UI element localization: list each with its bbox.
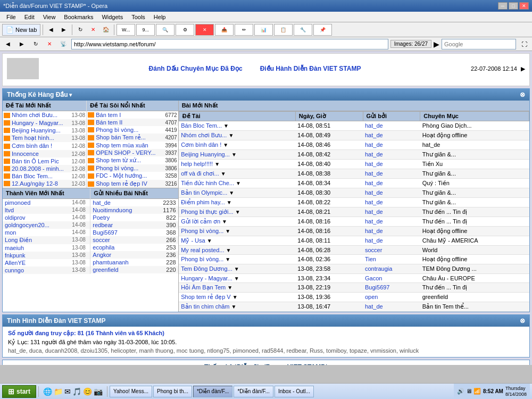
taskbar-inbox[interactable]: Inbox - Outl... xyxy=(275,386,314,397)
date-nav-icon[interactable]: ▶ xyxy=(521,65,525,72)
user-link[interactable]: contraugia xyxy=(365,265,392,272)
mark-read-link[interactable]: Đánh Dấu Chuyên Mục Đã Đọc xyxy=(149,65,243,72)
hot-topic-link[interactable]: Shop tem từ xứ... xyxy=(96,157,156,164)
status-close-icon[interactable]: ⊗ xyxy=(520,317,525,325)
user-link[interactable]: hat_de xyxy=(365,161,383,167)
post-link[interactable]: Gửi lời cảm ơn xyxy=(181,218,220,225)
post-link[interactable]: Hungary - Magyar... xyxy=(181,275,232,281)
user-link[interactable]: hat_de xyxy=(365,209,383,215)
nav-stop-small[interactable]: ✕ xyxy=(44,38,55,50)
topic-link[interactable]: 20.08.2008 - minh... xyxy=(12,165,66,172)
topic-link[interactable]: Tem hoạt hình... xyxy=(12,135,66,142)
topic-link[interactable]: Hungary - Magyar... xyxy=(12,120,66,126)
dropdown-icon[interactable]: ▼ xyxy=(68,92,73,98)
hot-topic-link[interactable]: Bán tem I xyxy=(96,112,156,118)
close-button[interactable]: ✕ xyxy=(519,2,529,10)
poster-link[interactable]: hat_de xyxy=(93,200,155,206)
tool-btn-2[interactable]: ⚙ xyxy=(176,24,194,36)
topic-link[interactable]: Innocence xyxy=(12,151,66,157)
user-link[interactable]: hat_de xyxy=(365,189,383,196)
poster-link[interactable]: greenfield xyxy=(93,267,155,273)
quicklaunch-icon-4[interactable]: 🎵 xyxy=(72,387,81,396)
minimize-button[interactable]: ─ xyxy=(498,2,508,10)
post-link[interactable]: Hỏi Âm Bạn Tem xyxy=(181,284,226,290)
post-link[interactable]: Tiền đức hinh Che... xyxy=(181,180,234,186)
user-link[interactable]: hat_de xyxy=(365,132,383,138)
back-button[interactable]: ◀ xyxy=(45,24,57,36)
post-link[interactable]: Bán Bloc Tem... xyxy=(181,122,222,129)
tool-btn-5[interactable]: ✏ xyxy=(235,24,253,36)
post-link[interactable]: Cơm bình dân ! xyxy=(181,142,221,148)
hot-topic-link[interactable]: Phong bì vòng... xyxy=(96,127,156,133)
quicklaunch-icon-3[interactable]: ✉ xyxy=(64,387,71,396)
maximize-button[interactable]: □ xyxy=(509,2,518,10)
tool-btn-9[interactable]: 📌 xyxy=(313,24,332,36)
nav-back-small[interactable]: ◀ xyxy=(2,38,14,50)
member-link[interactable]: cunngo xyxy=(5,267,70,273)
poster-link[interactable]: Bugi5697 xyxy=(93,229,155,236)
post-link[interactable]: Điểm phim hay... xyxy=(181,199,225,205)
forum-admin-link[interactable]: Điều Hành Diễn Đàn VIET STAMP xyxy=(260,65,361,72)
user-link[interactable]: hat_de xyxy=(365,199,383,205)
topic-link[interactable]: Bán Bloc Tem... xyxy=(12,173,66,179)
tool-btn-7[interactable]: 📋 xyxy=(274,24,293,36)
post-link[interactable]: Phong bì vòng... xyxy=(181,256,223,262)
poster-link[interactable]: Angkor xyxy=(93,252,155,258)
new-tab-button[interactable]: 📄 New tab xyxy=(2,24,40,36)
nav-reload-small[interactable]: ↻ xyxy=(30,38,41,50)
menu-file[interactable]: File xyxy=(2,13,20,21)
menu-bookmarks[interactable]: Bookmarks xyxy=(60,13,97,21)
user-link[interactable]: Gacon xyxy=(365,275,382,281)
user-link[interactable]: Bugi5697 xyxy=(365,284,390,290)
user-link[interactable]: hat_de xyxy=(365,180,383,186)
poster-link[interactable]: Poetry xyxy=(93,214,155,221)
user-link[interactable]: hat_de xyxy=(365,218,383,225)
hot-topic-link[interactable]: FDC - Một hướng... xyxy=(96,172,156,179)
taskbar-dien-dan-1[interactable]: *Diễn đàn/F... xyxy=(193,386,232,397)
user-link[interactable]: soccer xyxy=(365,247,382,253)
tool-btn-6[interactable]: 📊 xyxy=(254,24,273,36)
user-link[interactable]: open xyxy=(365,294,378,300)
member-link[interactable]: oldiprov xyxy=(5,214,70,221)
quicklaunch-icon-1[interactable]: 🌐 xyxy=(43,387,52,396)
hot-topic-link[interactable]: OPEN SHOP - VERY... xyxy=(96,149,156,156)
topic-link[interactable]: Cơm bình dân ! xyxy=(12,143,66,149)
poster-link[interactable]: soccer xyxy=(93,237,155,243)
poster-link[interactable]: phamtuananh xyxy=(93,259,155,265)
stop-button[interactable]: ✕ xyxy=(87,24,99,36)
bookmark-button[interactable]: 9... xyxy=(136,24,155,36)
post-link[interactable]: Bản tin Olympic... xyxy=(181,189,227,196)
address-input[interactable] xyxy=(71,39,388,49)
post-link[interactable]: help help!!!!! xyxy=(181,161,213,167)
tool-btn-8[interactable]: 🔧 xyxy=(294,24,312,36)
taskbar-yahoo[interactable]: Yahoo! Mess... xyxy=(110,386,152,397)
nav-forward-small[interactable]: ▶ xyxy=(16,38,28,50)
hot-topic-link[interactable]: Shop tem mùa xuân xyxy=(96,142,156,148)
user-link[interactable]: hat_de xyxy=(365,228,383,234)
menu-edit[interactable]: Edit xyxy=(20,13,39,21)
member-link[interactable]: goldngocyen20... xyxy=(5,222,70,228)
close-icon[interactable]: ⊗ xyxy=(520,91,525,98)
poster-link[interactable]: redbear xyxy=(93,222,155,228)
nav-rss[interactable]: 📡 xyxy=(57,38,69,50)
hot-topic-link[interactable]: Shop tem rẻ đẹp IV xyxy=(96,180,156,187)
quicklaunch-icon-6[interactable]: 📷 xyxy=(94,387,103,396)
post-link[interactable]: off và đi chơi... xyxy=(181,170,219,177)
user-link[interactable]: hat_de xyxy=(365,303,383,310)
menu-view[interactable]: View xyxy=(39,13,60,21)
member-link[interactable]: Long Điền xyxy=(5,237,70,244)
user-link[interactable]: Tien xyxy=(365,256,376,262)
user-link[interactable]: hat_de xyxy=(365,122,383,129)
quicklaunch-icon-2[interactable]: 📁 xyxy=(54,387,63,396)
forward-button[interactable]: ▶ xyxy=(58,24,70,36)
user-link[interactable]: hat_de xyxy=(365,151,383,157)
member-link[interactable]: mon xyxy=(5,229,70,236)
user-link[interactable]: hat_de xyxy=(365,237,383,244)
post-link[interactable]: Tem Đông Dương... xyxy=(181,265,232,272)
user-link[interactable]: hat_de xyxy=(365,170,383,177)
topic-link[interactable]: Beijing Huanying... xyxy=(12,127,66,134)
quicklaunch-icon-5[interactable]: 😊 xyxy=(83,387,92,396)
post-link[interactable]: Phong bi thực giới... xyxy=(181,209,233,215)
post-link[interactable]: Nhóm chơi Bưu... xyxy=(181,132,227,138)
taskbar-dien-dan-2[interactable]: *Diễn đàn/F... xyxy=(234,386,273,397)
